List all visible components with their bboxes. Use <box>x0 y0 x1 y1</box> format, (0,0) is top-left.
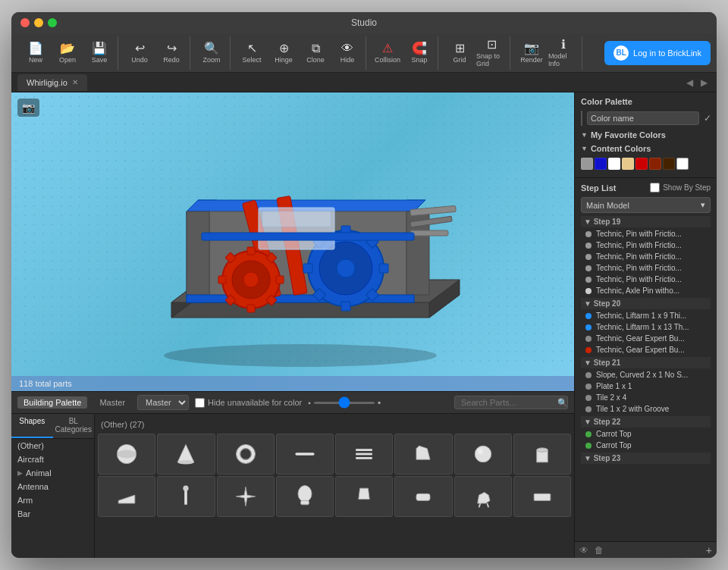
part-rod[interactable] <box>276 434 334 474</box>
step-item-carrot-2[interactable]: Carrot Top <box>581 440 711 451</box>
step-list: ▼ Step 19 Technic, Pin with Frictio... T… <box>581 216 711 541</box>
tab-building-palette[interactable]: Building Palette <box>17 396 87 409</box>
swatch-blue[interactable] <box>595 158 607 170</box>
search-input[interactable] <box>454 396 568 409</box>
part-donut[interactable] <box>217 434 275 474</box>
cat-other[interactable]: (Other) <box>11 439 94 453</box>
part-head[interactable] <box>276 476 334 517</box>
model-info-button[interactable]: ℹ Model Info <box>548 36 579 70</box>
master-dropdown[interactable]: Master <box>137 395 189 410</box>
close-button[interactable] <box>20 18 30 27</box>
carrot-top-label-1: Carrot Top <box>596 430 632 438</box>
cat-arm[interactable]: Arm <box>11 493 94 507</box>
part-flat[interactable] <box>513 476 571 517</box>
swatch-gray[interactable] <box>581 158 593 170</box>
step-item[interactable]: Technic, Pin with Frictio... <box>581 274 711 285</box>
cat-arrow-icon: ▶ <box>17 469 23 477</box>
step-item[interactable]: Technic, Liftarm 1 x 9 Thi... <box>581 310 711 321</box>
part-cone[interactable] <box>157 434 215 474</box>
grid-button[interactable]: ⊞ Grid <box>444 36 475 70</box>
tab-close-icon[interactable]: ✕ <box>72 78 78 86</box>
nav-left-icon[interactable]: ◀ <box>683 77 696 88</box>
render-button[interactable]: 📷 Render <box>516 36 547 70</box>
svg-rect-66 <box>300 500 309 504</box>
swatch-red[interactable] <box>635 158 648 170</box>
part-axle[interactable] <box>217 476 275 517</box>
my-favorite-label: My Favorite Colors <box>591 130 666 139</box>
select-button[interactable]: ↖ Select <box>237 36 267 70</box>
cat-bar[interactable]: Bar <box>11 507 94 521</box>
eye-icon[interactable]: 👁 <box>579 545 588 556</box>
cat-aircraft[interactable]: Aircraft <box>11 453 94 466</box>
open-button[interactable]: 📂 Open <box>52 36 83 70</box>
trash-icon[interactable]: 🗑 <box>595 545 604 556</box>
save-button[interactable]: 💾 Save <box>84 36 115 70</box>
part-wedge[interactable] <box>98 476 155 517</box>
collision-button[interactable]: ⚠ Collision <box>372 36 403 70</box>
step-item[interactable]: Slope, Curved 2 x 1 No S... <box>581 369 711 381</box>
part-sphere[interactable] <box>98 434 155 474</box>
size-slider[interactable] <box>314 402 375 404</box>
step-item[interactable]: Technic, Pin with Frictio... <box>581 228 711 240</box>
swatch-darkred[interactable] <box>649 158 661 170</box>
step-item[interactable]: Technic, Liftarm 1 x 13 Th... <box>581 321 711 333</box>
hide-button[interactable]: 👁 Hide <box>332 36 362 70</box>
swatch-white[interactable] <box>608 158 620 170</box>
snap-button[interactable]: 🧲 Snap <box>404 36 435 70</box>
camera-icon[interactable]: 📷 <box>17 99 39 117</box>
step-item[interactable]: Technic, Axle Pin witho... <box>581 285 711 296</box>
hide-unavailable-checkbox[interactable] <box>195 398 205 408</box>
viewport[interactable]: 📷 <box>11 92 574 391</box>
viewport-status: 118 total parts <box>11 376 574 391</box>
add-step-button[interactable]: + <box>706 544 712 556</box>
step-item[interactable]: Technic, Pin with Frictio... <box>581 251 711 262</box>
step-item[interactable]: Technic, Pin with Frictio... <box>581 262 711 274</box>
bricklink-button[interactable]: BL Log in to BrickLink <box>604 41 711 65</box>
step-dot-icon <box>585 384 592 390</box>
undo-button[interactable]: ↩ Undo <box>124 36 155 70</box>
part-bracket[interactable] <box>394 434 452 474</box>
new-button[interactable]: 📄 New <box>20 36 51 70</box>
open-label: Open <box>59 56 76 64</box>
tab-bl-categories[interactable]: BL Categories <box>53 414 95 438</box>
redo-button[interactable]: ↪ Redo <box>156 36 187 70</box>
clone-button[interactable]: ⧉ Clone <box>300 36 331 70</box>
color-name-input[interactable] <box>587 111 699 125</box>
color-edit-icon[interactable]: ✎ <box>716 113 717 124</box>
color-swatch[interactable] <box>581 111 582 126</box>
show-by-step-checkbox[interactable] <box>650 183 660 193</box>
tab-master[interactable]: Master <box>93 396 131 409</box>
step-item[interactable]: Technic, Pin with Frictio... <box>581 240 711 251</box>
part-connector[interactable] <box>335 434 393 474</box>
snap-to-grid-button[interactable]: ⊡ Snap to Grid <box>476 36 507 70</box>
step-dot-icon <box>585 265 592 271</box>
step-item[interactable]: Tile 1 x 2 with Groove <box>581 403 711 415</box>
cat-antenna[interactable]: Antenna <box>11 480 94 493</box>
minimize-button[interactable] <box>34 18 43 27</box>
part-pin[interactable] <box>157 476 215 517</box>
maximize-button[interactable] <box>48 18 57 27</box>
part-horse[interactable] <box>454 476 512 517</box>
swatch-white2[interactable] <box>676 158 689 170</box>
part-arm2[interactable] <box>394 476 452 517</box>
step-item-carrot-1[interactable]: Carrot Top <box>581 428 711 440</box>
render-label: Render <box>520 56 543 64</box>
swatch-brown[interactable] <box>663 158 675 170</box>
zoom-button[interactable]: 🔍 Zoom <box>196 36 227 70</box>
model-dropdown[interactable]: Main Model ▾ <box>581 197 711 213</box>
carrot-top-label-2: Carrot Top <box>596 441 632 449</box>
part-torso[interactable] <box>335 476 393 517</box>
step-item[interactable]: Technic, Gear Expert Bu... <box>581 333 711 344</box>
color-check-icon[interactable]: ✓ <box>704 113 711 124</box>
hinge-button[interactable]: ⊕ Hinge <box>268 36 299 70</box>
step-item[interactable]: Tile 2 x 4 <box>581 392 711 403</box>
part-cylinder[interactable] <box>513 434 571 474</box>
nav-right-icon[interactable]: ▶ <box>698 77 711 88</box>
step-item[interactable]: Plate 1 x 1 <box>581 381 711 392</box>
tab-shapes[interactable]: Shapes <box>11 414 53 438</box>
swatch-tan[interactable] <box>622 158 634 170</box>
tab-whirligig[interactable]: Whirligig.io ✕ <box>17 74 87 91</box>
part-sphere2[interactable] <box>454 434 512 474</box>
cat-animal[interactable]: ▶ Animal <box>11 466 94 480</box>
step-item[interactable]: Technic, Gear Expert Bu... <box>581 344 711 355</box>
